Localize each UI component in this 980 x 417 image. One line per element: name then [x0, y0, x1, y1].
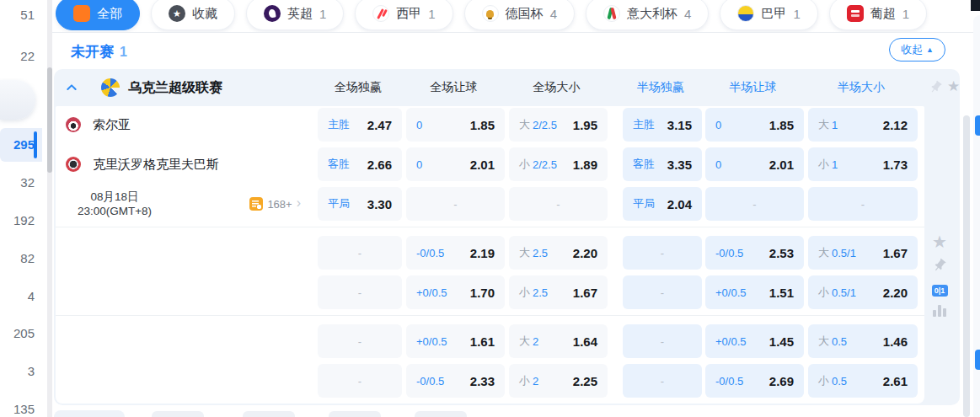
- odds-cell[interactable]: 小0.52.61: [808, 364, 918, 398]
- odds-cell[interactable]: +0/0.51.70: [406, 275, 505, 309]
- odds-cell[interactable]: -: [623, 364, 702, 398]
- score-badge[interactable]: 0|1: [932, 285, 948, 297]
- no-odds-dash: -: [661, 247, 664, 259]
- goal-line: 1: [832, 119, 838, 131]
- home-team-name: 索尔亚: [93, 117, 131, 133]
- odds-cell[interactable]: 客胜2.66: [318, 147, 402, 181]
- star-icon[interactable]: ★: [947, 78, 960, 95]
- odds-cell[interactable]: -: [623, 236, 702, 270]
- tab-german-cup[interactable]: 德国杯4: [464, 0, 575, 30]
- odds-cell[interactable]: 平局2.04: [623, 187, 702, 221]
- odds-cell[interactable]: -: [406, 187, 505, 221]
- tab-all-grid[interactable]: 全部: [56, 0, 140, 30]
- odds-cell[interactable]: -0/0.52.53: [705, 236, 804, 270]
- odds-cell[interactable]: 大2/2.51.95: [509, 108, 608, 142]
- tab-count: 1: [793, 7, 800, 21]
- odds-value: 2.66: [367, 158, 392, 172]
- odds-cell[interactable]: 大2.52.20: [509, 236, 608, 270]
- odds-cell[interactable]: 小2.51.67: [509, 275, 608, 309]
- odds-cell[interactable]: 主胜2.47: [318, 108, 402, 142]
- sidebar-league-count[interactable]: 3: [0, 356, 42, 387]
- column-header: 半场大小: [806, 80, 916, 95]
- pushpin-icon[interactable]: [932, 258, 947, 276]
- odds-cell[interactable]: -0/0.52.69: [705, 364, 804, 398]
- odds-cell[interactable]: -: [623, 324, 702, 358]
- odds-cell[interactable]: 大21.64: [509, 324, 608, 358]
- match-info-cell[interactable]: 08月18日23:00(GMT+8)168+›: [56, 187, 318, 221]
- card-scrollbar-thumb[interactable]: [963, 115, 970, 417]
- odds-cell[interactable]: 01.85: [705, 108, 804, 142]
- sidebar-league-count[interactable]: 22: [0, 41, 42, 72]
- odds-cell[interactable]: 平局3.30: [318, 187, 402, 221]
- odds-cell[interactable]: +0/0.51.45: [705, 324, 804, 358]
- stats-chart-icon[interactable]: [933, 305, 946, 317]
- sidebar-league-count[interactable]: 295: [0, 128, 42, 162]
- odds-cell[interactable]: -: [318, 275, 402, 309]
- odds-cell[interactable]: -: [808, 187, 918, 221]
- tab-primeira-liga[interactable]: 葡超1: [829, 0, 927, 30]
- sidebar-league-count[interactable]: 82: [0, 243, 42, 274]
- sidebar-league-count[interactable]: 192: [0, 206, 42, 236]
- tab-favorites-star[interactable]: ★收藏: [151, 0, 235, 30]
- league-title-block[interactable]: 乌克兰超级联赛: [54, 78, 316, 97]
- collapse-chevron-up-icon[interactable]: [65, 81, 78, 94]
- handicap-line: +0/0.5: [715, 335, 747, 348]
- over-under-label: 大: [818, 117, 829, 132]
- odds-cell[interactable]: -: [318, 236, 402, 270]
- premier-league-icon: [264, 5, 281, 22]
- odds-cell[interactable]: -: [318, 364, 402, 398]
- sidebar-league-count[interactable]: 32: [0, 168, 42, 198]
- odds-cell[interactable]: -0/0.52.33: [406, 364, 505, 398]
- odds-cell[interactable]: 小22.25: [509, 364, 608, 398]
- tab-coppa-italia[interactable]: 意大利杯4: [586, 0, 709, 30]
- section-count: 1: [120, 45, 127, 59]
- outcome-label: 客胜: [633, 157, 655, 172]
- odds-cell[interactable]: -0/0.52.19: [406, 236, 505, 270]
- tab-brasileirao[interactable]: 巴甲1: [720, 0, 817, 30]
- odds-cell[interactable]: 小2/2.51.89: [509, 147, 608, 181]
- odds-cell[interactable]: 小11.73: [808, 147, 918, 181]
- sidebar-league-count[interactable]: 135: [0, 394, 42, 417]
- collapse-button[interactable]: 收起 ▲: [889, 38, 945, 61]
- more-markets-link[interactable]: 168+›: [249, 197, 301, 211]
- odds-cell[interactable]: 01.85: [406, 108, 505, 142]
- odds-cell[interactable]: 小0.5/12.20: [808, 275, 918, 309]
- tab-laliga[interactable]: 西甲1: [355, 0, 453, 30]
- odds-cell[interactable]: -: [623, 275, 702, 309]
- odds-cell[interactable]: 大0.51.46: [808, 324, 918, 358]
- odds-cell[interactable]: -: [509, 187, 608, 221]
- odds-cell[interactable]: 大0.5/11.67: [808, 236, 918, 270]
- outcome-label: 主胜: [633, 117, 655, 132]
- goal-line: 2: [533, 375, 538, 388]
- coppa-italia-icon: [603, 5, 620, 22]
- column-header: 全场让球: [404, 80, 503, 95]
- group-divider: [56, 227, 924, 227]
- laliga-icon: [372, 5, 389, 22]
- goal-line: 2/2.5: [533, 119, 557, 131]
- tab-label: 全部: [97, 6, 122, 22]
- home-team-crest-icon: [66, 117, 81, 132]
- pin-icon[interactable]: [929, 80, 943, 98]
- match-info-cell[interactable]: 克里沃罗格克里夫巴斯: [56, 147, 318, 181]
- odds-cell[interactable]: 主胜3.15: [623, 108, 702, 142]
- odds-cell[interactable]: 02.01: [406, 147, 505, 181]
- odds-cell[interactable]: +0/0.51.51: [705, 275, 804, 309]
- handicap-line: -0/0.5: [416, 247, 444, 259]
- odds-value: 2.25: [573, 374, 597, 388]
- odds-cell[interactable]: 02.01: [705, 147, 804, 181]
- sidebar-league-count[interactable]: 51: [0, 0, 42, 30]
- odds-cell[interactable]: +0/0.51.61: [406, 324, 505, 358]
- sidebar-league-count[interactable]: 4: [0, 281, 42, 312]
- odds-cell[interactable]: -: [705, 187, 804, 221]
- match-info-cell[interactable]: 索尔亚: [56, 108, 318, 142]
- cutoff-blue-element-bottom: [975, 350, 980, 370]
- sidebar-league-count[interactable]: 205: [0, 318, 42, 349]
- outcome-label: 客胜: [328, 157, 350, 172]
- odds-cell[interactable]: -: [318, 324, 402, 358]
- favorite-star-icon[interactable]: ★: [932, 234, 947, 249]
- markets-icon: [249, 197, 263, 211]
- column-header: 半场独赢: [621, 80, 700, 95]
- odds-cell[interactable]: 大12.12: [808, 108, 918, 142]
- odds-cell[interactable]: 客胜3.35: [623, 147, 702, 181]
- tab-premier-league[interactable]: 英超1: [246, 0, 344, 30]
